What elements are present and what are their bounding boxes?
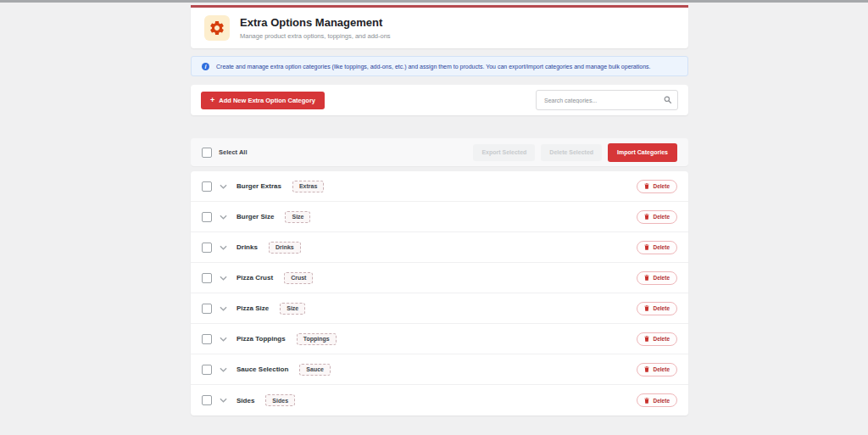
- category-row: Pizza Toppings Toppings Delete: [191, 324, 688, 354]
- delete-button-label: Delete: [653, 336, 670, 342]
- select-all-checkbox[interactable]: [202, 148, 212, 158]
- row-checkbox[interactable]: [202, 273, 212, 283]
- export-selected-button[interactable]: Export Selected: [473, 144, 535, 161]
- row-checkbox[interactable]: [202, 304, 212, 314]
- category-name: Burger Extras: [236, 182, 281, 190]
- category-badge: Size: [280, 303, 305, 315]
- chevron-down-icon[interactable]: [220, 337, 227, 342]
- toolbar-buttons: Export Selected Delete Selected Import C…: [473, 143, 677, 162]
- row-checkbox[interactable]: [202, 395, 212, 405]
- delete-button-label: Delete: [653, 183, 670, 189]
- category-list: Burger Extras Extras Delete Burger Size …: [191, 171, 688, 415]
- category-badge: Size: [285, 211, 310, 223]
- delete-button-label: Delete: [653, 366, 670, 372]
- delete-button[interactable]: Delete: [637, 393, 677, 407]
- category-name: Pizza Size: [236, 304, 269, 312]
- category-name: Drinks: [236, 243, 258, 251]
- info-banner: i Create and manage extra option categor…: [191, 56, 688, 76]
- category-badge: Toppings: [297, 333, 337, 345]
- category-badge: Crust: [284, 272, 313, 284]
- add-category-button-label: Add New Extra Option Category: [219, 97, 315, 104]
- row-checkbox[interactable]: [202, 181, 212, 192]
- chevron-down-icon[interactable]: [220, 184, 227, 189]
- row-checkbox[interactable]: [202, 334, 212, 344]
- plus-icon: +: [210, 97, 214, 104]
- import-categories-button[interactable]: Import Categories: [608, 143, 677, 162]
- trash-icon: [644, 275, 649, 281]
- page-title: Extra Options Management: [240, 16, 391, 31]
- chevron-down-icon[interactable]: [220, 367, 227, 372]
- magnifier-icon: [664, 96, 672, 104]
- bulk-actions-toolbar: Select All Export Selected Delete Select…: [191, 138, 688, 166]
- category-row: Sauce Selection Sauce Delete: [191, 354, 688, 385]
- category-row: Drinks Drinks Delete: [191, 232, 688, 263]
- category-row: Burger Size Size Delete: [191, 202, 688, 232]
- delete-selected-button[interactable]: Delete Selected: [541, 144, 602, 161]
- category-row: Pizza Crust Crust Delete: [191, 263, 688, 293]
- trash-icon: [644, 305, 649, 311]
- delete-button[interactable]: Delete: [637, 271, 677, 285]
- chevron-down-icon[interactable]: [220, 398, 227, 403]
- delete-button[interactable]: Delete: [637, 332, 677, 346]
- delete-button-label: Delete: [653, 305, 670, 311]
- category-name: Sides: [236, 397, 254, 404]
- trash-icon: [644, 244, 649, 250]
- category-row: Sides Sides Delete: [191, 385, 688, 415]
- trash-icon: [644, 398, 649, 404]
- page-content: Extra Options Management Manage product …: [191, 3, 688, 415]
- category-row: Burger Extras Extras Delete: [191, 171, 688, 202]
- category-badge: Drinks: [269, 242, 301, 254]
- trash-icon: [644, 214, 649, 220]
- category-badge: Sauce: [299, 364, 331, 376]
- delete-button[interactable]: Delete: [637, 241, 677, 254]
- row-checkbox[interactable]: [202, 212, 212, 222]
- category-name: Pizza Toppings: [236, 335, 286, 343]
- select-all-group: Select All: [202, 148, 248, 158]
- add-category-button[interactable]: + Add New Extra Option Category: [201, 92, 325, 109]
- select-all-label: Select All: [219, 148, 248, 156]
- page-header: Extra Options Management Manage product …: [191, 5, 688, 48]
- trash-icon: [644, 366, 649, 372]
- delete-button-label: Delete: [653, 214, 670, 220]
- category-badge: Sides: [265, 394, 295, 406]
- row-checkbox[interactable]: [202, 365, 212, 375]
- chevron-down-icon[interactable]: [220, 215, 227, 220]
- delete-button[interactable]: Delete: [637, 302, 677, 315]
- chevron-down-icon[interactable]: [220, 306, 227, 311]
- delete-button-label: Delete: [653, 244, 670, 250]
- category-name: Burger Size: [236, 213, 274, 220]
- delete-button-label: Delete: [653, 398, 670, 404]
- search-input[interactable]: [536, 90, 678, 110]
- category-row: Pizza Size Size Delete: [191, 293, 688, 324]
- category-name: Sauce Selection: [236, 365, 288, 373]
- delete-button[interactable]: Delete: [637, 180, 677, 193]
- category-badge: Extras: [292, 181, 324, 192]
- delete-button-label: Delete: [653, 275, 670, 281]
- info-banner-text: Create and manage extra option categorie…: [216, 64, 650, 70]
- chevron-down-icon[interactable]: [220, 245, 227, 250]
- trash-icon: [644, 336, 649, 342]
- trash-icon: [644, 183, 649, 189]
- category-name: Pizza Crust: [236, 274, 273, 282]
- info-icon: i: [202, 63, 209, 70]
- actions-card: + Add New Extra Option Category: [191, 85, 688, 115]
- chevron-down-icon[interactable]: [220, 276, 227, 281]
- search-box: [536, 90, 678, 110]
- gear-icon: [204, 15, 230, 41]
- header-text-block: Extra Options Management Manage product …: [240, 16, 391, 40]
- row-checkbox[interactable]: [202, 243, 212, 253]
- page-subtitle: Manage product extra options, toppings, …: [240, 32, 391, 40]
- delete-button[interactable]: Delete: [637, 363, 677, 376]
- delete-button[interactable]: Delete: [637, 210, 677, 224]
